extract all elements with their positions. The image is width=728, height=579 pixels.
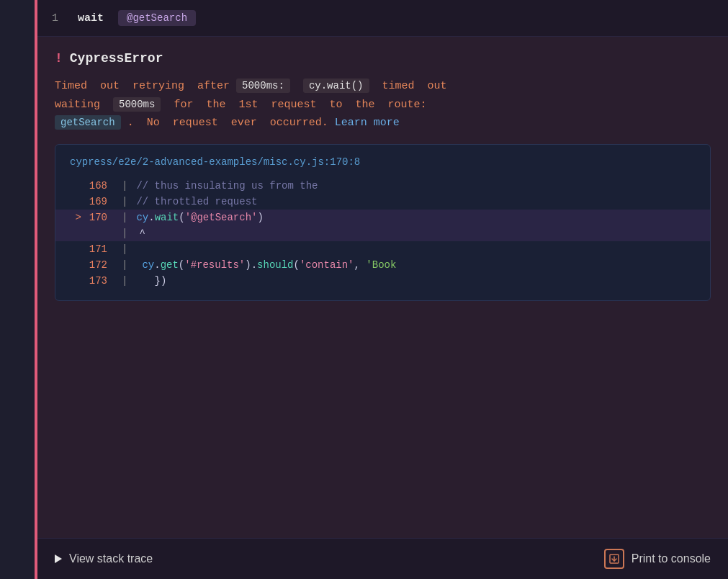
pipe-169: |: [113, 196, 136, 207]
arrow-caret: [70, 228, 84, 239]
code-line-170: > 170 | cy.wait('@getSearch'): [55, 210, 710, 225]
content-169: // throttled request: [136, 196, 257, 207]
pipe-170: |: [113, 212, 136, 223]
cy-get: cy: [142, 259, 154, 271]
learn-more-link[interactable]: Learn more: [335, 117, 400, 129]
timeout-code-1: 5000ms:: [236, 78, 290, 93]
code-line-168: 168 | // thus insulating us from the: [55, 178, 710, 194]
cy-keyword: cy: [136, 212, 148, 223]
linenum-170: 170: [87, 212, 113, 223]
arrow-171: [70, 243, 84, 255]
print-console-button[interactable]: Print to console: [604, 549, 711, 569]
pipe-171: |: [113, 243, 136, 255]
content-172: cy.get('#results').should('contain', 'Bo…: [136, 259, 396, 271]
code-lines: 168 | // thus insulating us from the 169…: [55, 178, 710, 289]
content-173: }): [136, 275, 166, 287]
should-arg2: 'Book: [366, 259, 396, 271]
route-code: getSearch: [55, 115, 121, 130]
main-panel: 1 wait @getSearch ! CypressError Timed o…: [37, 0, 728, 579]
code-line-171: 171 |: [55, 241, 710, 257]
alias-badge: @getSearch: [118, 10, 196, 26]
wait-arg: '@getSearch': [185, 212, 258, 223]
content-170: cy.wait('@getSearch'): [136, 212, 263, 223]
wait-method: wait: [155, 212, 179, 223]
should-method: should: [257, 259, 293, 271]
arrow-169: [70, 196, 84, 207]
get-arg: '#results': [184, 259, 245, 271]
code-line-caret: | ^: [55, 225, 710, 241]
code-line-172: 172 | cy.get('#results').should('contain…: [55, 257, 710, 273]
pipe-173: |: [113, 275, 136, 287]
pipe-172: |: [113, 259, 136, 271]
print-icon: [604, 549, 624, 569]
print-label: Print to console: [632, 552, 711, 565]
cy-wait-code: cy.wait(): [303, 78, 369, 93]
linenum-168: 168: [87, 180, 113, 192]
linenum-171: 171: [87, 243, 113, 255]
stack-trace-label: View stack trace: [69, 552, 153, 565]
bottom-bar: View stack trace Print to console: [37, 538, 728, 579]
outer-container: 1 wait @getSearch ! CypressError Timed o…: [0, 0, 728, 579]
content-171: [136, 243, 142, 255]
arrow-172: [70, 259, 84, 271]
arrow-170: >: [70, 212, 84, 223]
top-bar: 1 wait @getSearch: [37, 0, 728, 37]
caret-symbol: ^: [136, 228, 145, 239]
get-method: get: [161, 259, 179, 271]
should-arg1: 'contain': [300, 259, 354, 271]
linenum-172: 172: [87, 259, 113, 271]
code-line-169: 169 | // throttled request: [55, 194, 710, 210]
arrow-173: [70, 275, 84, 287]
timeout-code-2: 5000ms: [113, 97, 161, 112]
code-filepath: cypress/e2e/2-advanced-examples/misc.cy.…: [55, 156, 710, 178]
arrow-168: [70, 180, 84, 192]
code-block: cypress/e2e/2-advanced-examples/misc.cy.…: [55, 144, 711, 301]
content-168: // thus insulating us from the: [136, 180, 318, 192]
pipe-caret: |: [113, 228, 136, 239]
error-bang-icon: !: [55, 51, 63, 66]
pipe-168: |: [113, 180, 136, 192]
stack-trace-toggle[interactable]: View stack trace: [55, 552, 153, 565]
error-message: Timed out retrying after 5000ms: cy.wait…: [55, 77, 711, 133]
linenum-caret: [87, 228, 113, 239]
expand-icon: [55, 555, 62, 563]
error-header: ! CypressError: [55, 51, 711, 66]
wait-command: wait: [78, 12, 104, 24]
line-number: 1: [52, 12, 63, 24]
code-line-173: 173 | }): [55, 273, 710, 289]
linenum-173: 173: [87, 275, 113, 287]
linenum-169: 169: [87, 196, 113, 207]
error-section: ! CypressError Timed out retrying after …: [37, 37, 728, 538]
error-title: CypressError: [70, 51, 163, 66]
